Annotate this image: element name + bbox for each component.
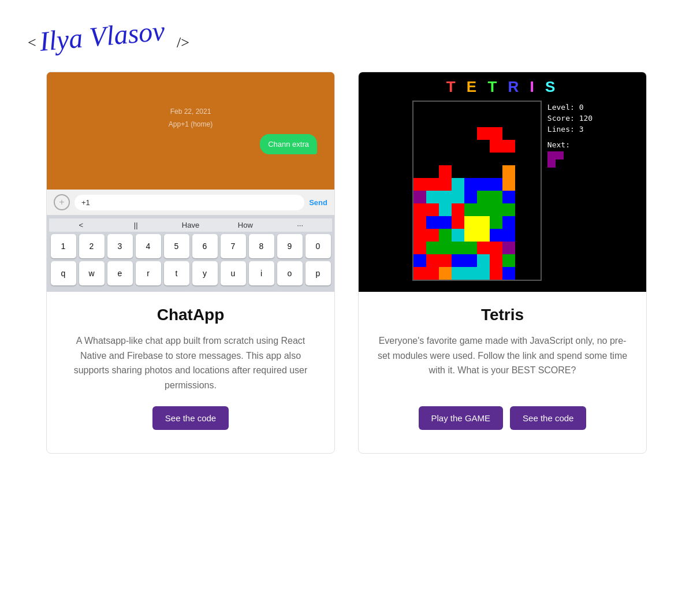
suggestion-how: How bbox=[218, 221, 273, 229]
keyboard-area: < || Have How ··· 1 2 3 4 5 6 7 8 bbox=[47, 215, 334, 292]
key-7: 7 bbox=[221, 234, 246, 258]
chatapp-buttons: See the code bbox=[152, 406, 229, 430]
key-u: u bbox=[221, 261, 246, 285]
key-row-numbers: 1 2 3 4 5 6 7 8 9 0 bbox=[49, 234, 332, 258]
key-8: 8 bbox=[249, 234, 274, 258]
logo: < Ilya Vlasov /> bbox=[23, 12, 196, 58]
tetris-score: Score: 120 bbox=[547, 114, 593, 123]
key-i: i bbox=[249, 261, 274, 285]
key-y: y bbox=[192, 261, 218, 285]
tetris-next-preview bbox=[547, 151, 593, 168]
key-q: q bbox=[51, 261, 76, 285]
header: < Ilya Vlasov /> bbox=[0, 0, 693, 66]
tetris-title: Tetris bbox=[481, 306, 524, 324]
key-3: 3 bbox=[107, 234, 133, 258]
tetris-card-body: Tetris Everyone's favorite game made wit… bbox=[359, 292, 646, 453]
tetris-play-button[interactable]: Play the GAME bbox=[419, 406, 504, 430]
key-5: 5 bbox=[164, 234, 189, 258]
tetris-buttons: Play the GAME See the code bbox=[419, 406, 587, 430]
tetris-card: T E T R I S bbox=[358, 72, 647, 454]
tetris-t1: T bbox=[446, 78, 459, 95]
key-1: 1 bbox=[51, 234, 76, 258]
tetris-body: Level: 0 Score: 120 Lines: 3 Next: bbox=[412, 101, 593, 281]
key-4: 4 bbox=[136, 234, 161, 258]
chat-input-area: + +1 Send bbox=[47, 190, 334, 215]
key-r: r bbox=[136, 261, 161, 285]
tetris-lines: Lines: 3 bbox=[547, 125, 593, 133]
suggestion-pause: || bbox=[109, 221, 163, 229]
tetris-level: Level: 0 bbox=[547, 103, 593, 112]
key-w: w bbox=[79, 261, 105, 285]
tetris-next-label: Next: bbox=[547, 140, 593, 149]
key-0: 0 bbox=[305, 234, 331, 258]
svg-text:Ilya Vlasov: Ilya Vlasov bbox=[38, 15, 166, 57]
chat-date: Feb 22, 2021 bbox=[170, 107, 211, 116]
key-t: t bbox=[164, 261, 189, 285]
svg-text:/>: /> bbox=[177, 34, 189, 51]
chatapp-title: ChatApp bbox=[157, 306, 225, 324]
key-p: p bbox=[305, 261, 331, 285]
tetris-sidebar: Level: 0 Score: 120 Lines: 3 Next: bbox=[547, 101, 593, 170]
chat-send-label: Send bbox=[309, 198, 327, 207]
chatapp-card-body: ChatApp A Whatsapp-like chat app built f… bbox=[47, 292, 334, 453]
tetris-e: E bbox=[467, 78, 480, 95]
keyboard-suggestions: < || Have How ··· bbox=[49, 218, 332, 232]
chatapp-image: Feb 22, 2021 App+1 (home) Chann extra + … bbox=[47, 72, 334, 292]
suggestion-dots: ··· bbox=[273, 221, 327, 229]
tetris-screenshot: T E T R I S bbox=[359, 72, 646, 292]
key-row-qwerty: q w e r t y u i o p bbox=[49, 261, 332, 285]
key-2: 2 bbox=[79, 234, 105, 258]
tetris-description: Everyone's favorite game made with JavaS… bbox=[377, 333, 628, 392]
chatapp-description: A Whatsapp-like chat app built from scra… bbox=[65, 333, 316, 392]
chat-bubble: Chann extra bbox=[260, 134, 317, 154]
chatapp-code-button[interactable]: See the code bbox=[152, 406, 229, 430]
main-content: Feb 22, 2021 App+1 (home) Chann extra + … bbox=[0, 72, 693, 454]
key-6: 6 bbox=[192, 234, 218, 258]
chat-bubble-label: App+1 (home) bbox=[169, 120, 213, 128]
svg-text:<: < bbox=[28, 34, 36, 51]
key-e: e bbox=[107, 261, 133, 285]
key-o: o bbox=[277, 261, 303, 285]
tetris-code-button[interactable]: See the code bbox=[510, 406, 586, 430]
tetris-board bbox=[412, 101, 542, 281]
chatapp-screenshot: Feb 22, 2021 App+1 (home) Chann extra + … bbox=[47, 72, 334, 292]
tetris-t2: T bbox=[487, 78, 500, 95]
chat-top: Feb 22, 2021 App+1 (home) Chann extra bbox=[47, 72, 334, 190]
suggestion-arrow: < bbox=[54, 221, 109, 229]
chat-input-field: +1 bbox=[74, 195, 304, 210]
tetris-r: R bbox=[508, 78, 523, 95]
tetris-title-display: T E T R I S bbox=[446, 78, 559, 96]
tetris-i: I bbox=[530, 78, 538, 95]
tetris-s: S bbox=[545, 78, 558, 95]
chatapp-card: Feb 22, 2021 App+1 (home) Chann extra + … bbox=[46, 72, 335, 454]
suggestion-have: Have bbox=[163, 221, 218, 229]
chat-plus-icon: + bbox=[54, 194, 70, 210]
tetris-image: T E T R I S bbox=[359, 72, 646, 292]
key-9: 9 bbox=[277, 234, 303, 258]
